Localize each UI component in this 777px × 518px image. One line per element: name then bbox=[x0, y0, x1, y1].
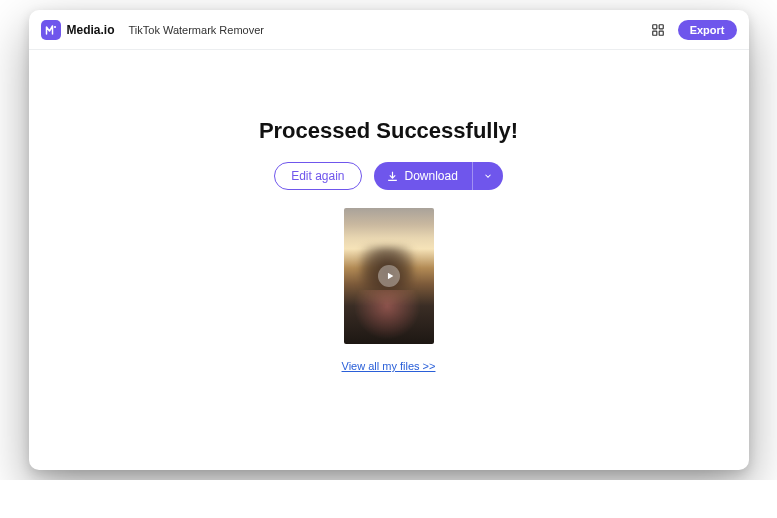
download-options-button[interactable] bbox=[472, 162, 503, 190]
brand-name: Media.io bbox=[67, 23, 115, 37]
download-button[interactable]: Download bbox=[374, 162, 472, 190]
svg-rect-4 bbox=[659, 31, 663, 35]
chevron-down-icon bbox=[483, 171, 493, 181]
download-icon bbox=[386, 170, 399, 183]
edit-again-button[interactable]: Edit again bbox=[274, 162, 361, 190]
download-button-group: Download bbox=[374, 162, 503, 190]
brand-logo-icon bbox=[41, 20, 61, 40]
action-buttons-row: Edit again Download bbox=[274, 162, 503, 190]
view-all-files-link[interactable]: View all my files >> bbox=[342, 360, 436, 372]
play-icon bbox=[385, 271, 395, 281]
video-thumbnail[interactable] bbox=[344, 208, 434, 344]
download-label: Download bbox=[405, 169, 458, 183]
app-window: Media.io TikTok Watermark Remover Export… bbox=[29, 10, 749, 470]
svg-rect-2 bbox=[659, 24, 663, 28]
play-button[interactable] bbox=[378, 265, 400, 287]
page-subtitle: TikTok Watermark Remover bbox=[129, 24, 264, 36]
page-title: Processed Successfully! bbox=[259, 118, 518, 144]
svg-rect-1 bbox=[652, 24, 656, 28]
main-content: Processed Successfully! Edit again Downl… bbox=[29, 50, 749, 470]
svg-rect-3 bbox=[652, 31, 656, 35]
apps-grid-icon[interactable] bbox=[650, 22, 666, 38]
svg-point-0 bbox=[53, 25, 55, 27]
export-button[interactable]: Export bbox=[678, 20, 737, 40]
header-bar: Media.io TikTok Watermark Remover Export bbox=[29, 10, 749, 50]
